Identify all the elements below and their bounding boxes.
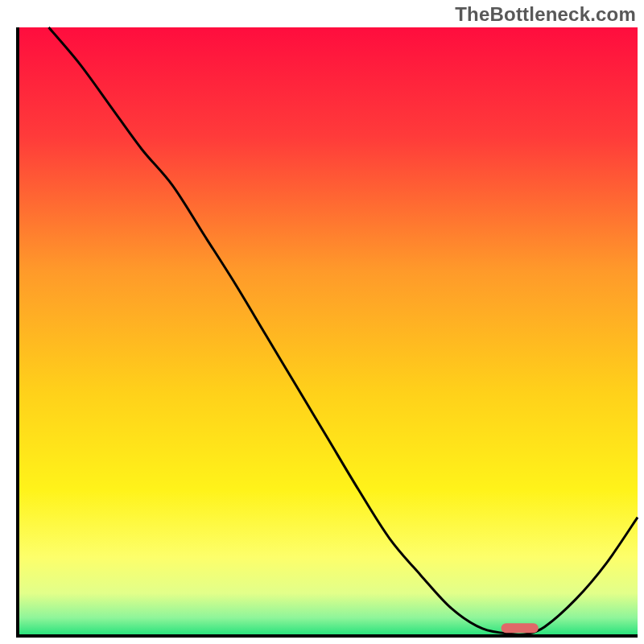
plot-background [18,27,638,636]
chart-svg [0,0,644,644]
optimal-marker [502,623,539,633]
bottleneck-chart: TheBottleneck.com [0,0,644,644]
attribution-label: TheBottleneck.com [455,3,636,26]
